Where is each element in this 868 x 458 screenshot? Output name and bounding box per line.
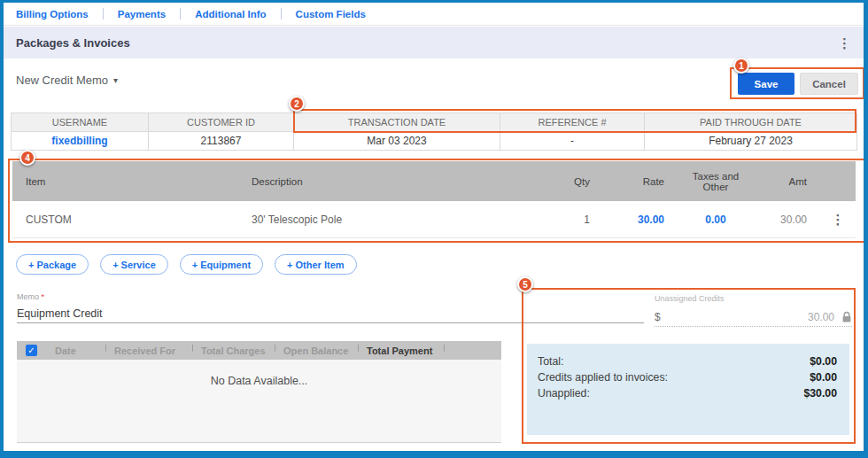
- payments-table-header: ✓ Date Received For Total Charges Open B…: [17, 341, 501, 360]
- cancel-button[interactable]: Cancel: [800, 73, 858, 95]
- summary-credits-applied-label: Credits applied to invoices:: [538, 369, 668, 385]
- col-username: USERNAME: [12, 113, 149, 132]
- col-reference: REFERENCE #: [500, 113, 645, 132]
- summary-unapplied-row: Unapplied: $30.00: [538, 385, 837, 401]
- item-amt-cell: 30.00: [754, 201, 820, 238]
- rate-value[interactable]: 30.00: [638, 213, 664, 226]
- username-link[interactable]: fixedbilling: [51, 135, 107, 147]
- item-rate-cell: 30.00: [603, 201, 678, 238]
- summary-unapplied-value: $30.00: [803, 385, 837, 401]
- unassigned-credits-label: Unassigned Credits: [655, 294, 725, 303]
- col-trailing: [444, 341, 501, 360]
- annotation-badge-5: 5: [517, 276, 533, 292]
- summary-credits-applied-row: Credits applied to invoices: $0.00: [538, 369, 837, 385]
- currency-symbol: $: [655, 311, 661, 323]
- lock-icon[interactable]: [841, 311, 852, 323]
- cell-customer-id: 2113867: [149, 132, 294, 151]
- summary-total-row: Total: $0.00: [538, 353, 837, 369]
- summary-total-value: $0.00: [810, 353, 837, 369]
- col-total-payment: Total Payment: [358, 341, 444, 360]
- add-item-buttons: + Package + Service + Equipment + Other …: [16, 254, 357, 275]
- cell-transaction-date: Mar 03 2023: [294, 132, 500, 151]
- chevron-down-icon: ▾: [113, 75, 118, 85]
- unassigned-credits-value: 30.00: [808, 311, 834, 323]
- credit-summary-box: Total: $0.00 Credits applied to invoices…: [527, 344, 849, 435]
- col-transaction-date: TRANSACTION DATE: [294, 113, 500, 132]
- summary-credits-applied-value: $0.00: [810, 369, 837, 385]
- item-taxes-cell: 0.00: [678, 201, 754, 238]
- required-asterisk: *: [42, 292, 45, 301]
- top-nav: Billing Options Payments Additional Info…: [4, 3, 864, 26]
- tab-payments[interactable]: Payments: [114, 9, 169, 19]
- section-kebab-menu-icon[interactable]: ⋮: [838, 36, 851, 50]
- col-received-for: Received For: [105, 341, 192, 360]
- col-customer-id: CUSTOMER ID: [149, 113, 294, 132]
- section-header: Packages & Invoices ⋮: [4, 27, 864, 58]
- summary-unapplied-label: Unapplied:: [538, 385, 590, 401]
- col-item: Item: [12, 161, 238, 201]
- new-credit-memo-dropdown[interactable]: New Credit Memo ▾: [16, 74, 118, 87]
- summary-total-label: Total:: [538, 353, 563, 369]
- cell-username: fixedbilling: [12, 132, 149, 151]
- annotation-badge-1: 1: [733, 58, 749, 74]
- col-date: Date: [46, 341, 105, 360]
- item-description-cell: 30' Telescopic Pole: [238, 201, 531, 238]
- nav-divider: [103, 8, 104, 19]
- add-other-item-button[interactable]: + Other Item: [275, 254, 357, 275]
- line-items-table: Item Description Qty Rate Taxes and Othe…: [12, 161, 856, 238]
- tab-custom-fields[interactable]: Custom Fields: [292, 9, 369, 19]
- col-amt: Amt: [754, 161, 820, 201]
- cell-paid-through-date: February 27 2023: [645, 132, 857, 151]
- col-actions: [820, 161, 856, 201]
- item-qty-cell: 1: [531, 201, 603, 238]
- add-service-button[interactable]: + Service: [100, 254, 168, 275]
- col-taxes-and-other: Taxes and Other: [678, 161, 754, 201]
- header-checkbox-cell: ✓: [17, 341, 46, 360]
- col-total-charges: Total Charges: [192, 341, 275, 360]
- save-button[interactable]: Save: [738, 73, 794, 95]
- row-kebab-menu-icon[interactable]: ⋮: [832, 213, 845, 226]
- no-data-message: No Data Available...: [17, 375, 501, 387]
- taxes-value[interactable]: 0.00: [705, 213, 725, 226]
- nav-divider: [180, 8, 181, 19]
- dropdown-label: New Credit Memo: [16, 74, 108, 87]
- payments-table-body: [17, 360, 501, 443]
- memo-label: Memo *: [17, 292, 44, 301]
- memo-input[interactable]: [17, 305, 644, 323]
- tab-billing-options[interactable]: Billing Options: [12, 9, 92, 19]
- page-title: Packages & Invoices: [16, 36, 130, 50]
- item-cell: CUSTOM: [12, 201, 238, 238]
- tab-additional-info[interactable]: Additional Info: [191, 9, 269, 19]
- annotation-badge-2: 2: [289, 96, 305, 112]
- item-actions-cell: ⋮: [820, 201, 856, 238]
- col-description: Description: [238, 161, 531, 201]
- col-paid-through-date: PAID THROUGH DATE: [645, 113, 857, 132]
- col-qty: Qty: [531, 161, 603, 201]
- customer-table: USERNAME CUSTOMER ID TRANSACTION DATE RE…: [11, 113, 856, 151]
- col-open-balance: Open Balance: [275, 341, 358, 360]
- amt-value: 30.00: [780, 213, 807, 226]
- add-equipment-button[interactable]: + Equipment: [180, 254, 263, 275]
- credit-memo-screen: Billing Options Payments Additional Info…: [0, 0, 868, 458]
- col-rate: Rate: [603, 161, 678, 201]
- add-package-button[interactable]: + Package: [16, 254, 89, 275]
- cell-reference: -: [500, 132, 645, 151]
- unassigned-credits-field[interactable]: $ 30.00: [655, 308, 852, 327]
- nav-divider: [281, 8, 282, 19]
- select-all-checkbox[interactable]: ✓: [26, 345, 37, 356]
